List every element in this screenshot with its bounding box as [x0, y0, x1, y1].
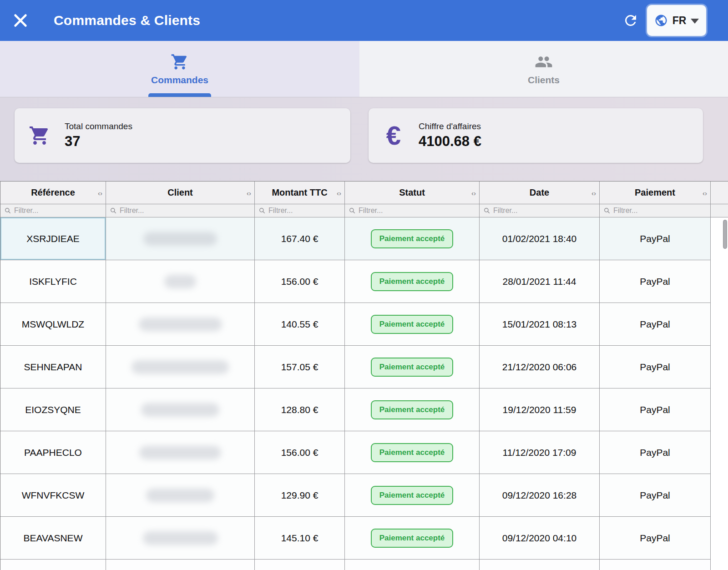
amount-cell[interactable]: 157.05 € — [255, 346, 344, 388]
tab-bar: Commandes Clients — [0, 41, 728, 97]
payment-cell[interactable]: PayPal — [600, 388, 710, 431]
amount-cell[interactable]: 167.40 € — [255, 217, 344, 260]
amount-cell[interactable]: 129.90 € — [255, 474, 344, 516]
filter-input-date[interactable] — [493, 207, 599, 215]
status-cell[interactable]: Paiement accepté — [345, 431, 479, 474]
amount-cell[interactable]: 140.55 € — [255, 303, 344, 345]
date-cell[interactable]: 15/01/2021 08:13 — [480, 303, 599, 345]
sort-icon[interactable]: ‹› — [337, 189, 341, 197]
order-reference-cell[interactable]: BEAVASNEW — [0, 517, 106, 559]
order-reference-cell[interactable]: EIOZSYQNE — [0, 388, 106, 431]
client-cell-blurred[interactable] — [106, 474, 254, 516]
order-reference-cell[interactable]: SEHNEAPAN — [0, 346, 106, 388]
payment-cell[interactable]: PayPal — [600, 303, 710, 345]
column-header-reference[interactable]: Référence ‹› — [0, 182, 106, 204]
active-tab-indicator — [148, 93, 211, 97]
status-cell[interactable]: Paiement accepté — [345, 217, 479, 260]
tab-clients[interactable]: Clients — [359, 41, 728, 97]
filter-cell-stub — [711, 204, 728, 217]
filter-cell-client — [106, 204, 254, 217]
vertical-scrollbar-thumb[interactable] — [723, 220, 727, 249]
column-header-paiement[interactable]: Paiement ‹› — [600, 182, 710, 204]
column-header-montant[interactable]: Montant TTC ‹› — [255, 182, 344, 204]
status-cell[interactable]: Paiement accepté — [345, 346, 479, 388]
order-reference-cell[interactable]: PAAPHECLO — [0, 431, 106, 474]
date-cell[interactable]: 28/01/2021 11:44 — [480, 260, 599, 303]
filter-cell-montant — [255, 204, 344, 217]
filter-input-statut[interactable] — [359, 207, 479, 215]
filter-input-paiement[interactable] — [613, 207, 710, 215]
euro-icon: € — [369, 122, 419, 149]
client-cell-blurred[interactable] — [106, 431, 254, 474]
status-badge[interactable]: Paiement accepté — [371, 486, 454, 505]
status-badge[interactable]: Paiement accepté — [371, 358, 454, 377]
client-cell-blurred[interactable] — [106, 260, 254, 303]
filter-input-client[interactable] — [120, 207, 254, 215]
total-orders-value: 37 — [65, 133, 132, 150]
status-cell[interactable]: Paiement accepté — [345, 303, 479, 345]
date-cell[interactable]: 09/12/2020 04:10 — [480, 517, 599, 559]
filter-input-montant[interactable] — [268, 207, 344, 215]
column-header-date[interactable]: Date ‹› — [480, 182, 599, 204]
close-icon[interactable] — [13, 13, 28, 28]
shopping-cart-icon — [15, 125, 65, 146]
status-cell[interactable]: Paiement accepté — [345, 474, 479, 516]
filter-input-reference[interactable] — [14, 207, 106, 215]
payment-cell[interactable]: PayPal — [600, 517, 710, 559]
payment-cell[interactable]: PayPal — [600, 474, 710, 516]
tab-commandes[interactable]: Commandes — [0, 41, 359, 97]
order-reference-cell[interactable]: XSRJDIEAE — [0, 217, 106, 260]
people-icon — [534, 53, 553, 71]
amount-cell[interactable]: 145.10 € — [255, 517, 344, 559]
tab-clients-label: Clients — [528, 75, 560, 86]
order-reference-cell[interactable]: WFNVFKCSW — [0, 474, 106, 516]
date-cell[interactable]: 21/12/2020 06:06 — [480, 346, 599, 388]
client-cell-blurred[interactable] — [106, 217, 254, 260]
refresh-icon[interactable] — [622, 12, 639, 29]
chevron-down-icon — [691, 19, 699, 24]
status-cell[interactable]: Paiement accepté — [345, 517, 479, 559]
date-cell[interactable]: 19/12/2020 11:59 — [480, 388, 599, 431]
client-cell-blurred[interactable] — [106, 388, 254, 431]
status-badge[interactable]: Paiement accepté — [371, 443, 454, 462]
column-header-client[interactable]: Client ‹› — [106, 182, 254, 204]
filter-cell-date — [480, 204, 599, 217]
status-cell[interactable]: Paiement accepté — [345, 388, 479, 431]
amount-cell[interactable]: 156.00 € — [255, 431, 344, 474]
status-badge[interactable]: Paiement accepté — [371, 529, 454, 548]
payment-cell[interactable]: PayPal — [600, 431, 710, 474]
payment-cell[interactable]: PayPal — [600, 346, 710, 388]
shopping-cart-icon — [171, 53, 189, 71]
appbar: Commandes & Clients FR — [0, 0, 728, 41]
sort-icon[interactable]: ‹› — [703, 189, 707, 197]
date-cell[interactable]: 09/12/2020 16:28 — [480, 474, 599, 516]
orders-table: Référence ‹› Client ‹› Montant TTC ‹› St… — [0, 181, 728, 570]
status-cell[interactable]: Paiement accepté — [345, 260, 479, 303]
status-badge[interactable]: Paiement accepté — [371, 315, 454, 334]
payment-cell[interactable]: PayPal — [600, 260, 710, 303]
total-orders-label: Total commandes — [65, 121, 132, 131]
column-header-stub — [711, 182, 728, 204]
payment-cell[interactable]: PayPal — [600, 217, 710, 260]
partial-row-cell — [345, 560, 479, 570]
language-selector[interactable]: FR — [647, 5, 706, 36]
date-cell[interactable]: 11/12/2020 17:09 — [480, 431, 599, 474]
status-badge[interactable]: Paiement accepté — [371, 400, 454, 419]
amount-cell[interactable]: 128.80 € — [255, 388, 344, 431]
order-reference-cell[interactable]: MSWQLWLDZ — [0, 303, 106, 345]
order-reference-cell[interactable]: ISKFLYFIC — [0, 260, 106, 303]
sort-icon[interactable]: ‹› — [98, 189, 102, 197]
date-cell[interactable]: 01/02/2021 18:40 — [480, 217, 599, 260]
status-badge[interactable]: Paiement accepté — [371, 272, 454, 291]
client-cell-blurred[interactable] — [106, 303, 254, 345]
partial-row-cell — [600, 560, 710, 570]
sort-icon[interactable]: ‹› — [247, 189, 251, 197]
sort-icon[interactable]: ‹› — [471, 189, 476, 197]
client-cell-blurred[interactable] — [106, 346, 254, 388]
client-cell-blurred[interactable] — [106, 517, 254, 559]
sort-icon[interactable]: ‹› — [592, 189, 596, 197]
partial-row-cell — [0, 560, 106, 570]
column-header-statut[interactable]: Statut ‹› — [345, 182, 479, 204]
status-badge[interactable]: Paiement accepté — [371, 229, 454, 248]
amount-cell[interactable]: 156.00 € — [255, 260, 344, 303]
